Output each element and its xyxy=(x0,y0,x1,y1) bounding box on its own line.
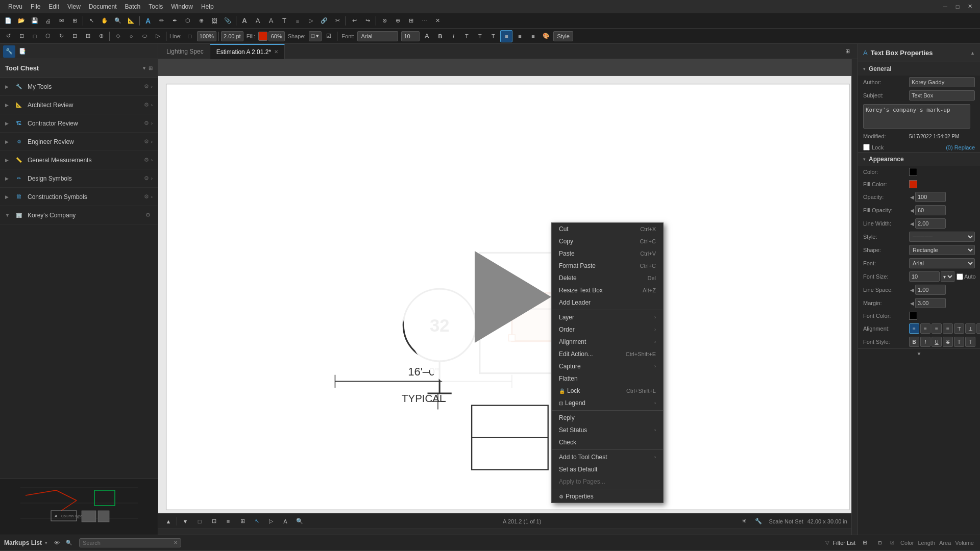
col-filter[interactable]: Color xyxy=(900,540,914,546)
tb-shape[interactable]: ⬡ xyxy=(182,15,194,27)
cb-cursor[interactable]: ↖ xyxy=(251,515,263,528)
koreys-gear[interactable]: ⚙ xyxy=(145,212,151,218)
font-size-stepper[interactable]: ▾ xyxy=(941,271,954,282)
ctx-check[interactable]: Check xyxy=(552,436,663,448)
line-space-dec[interactable]: ◀ xyxy=(909,287,915,293)
font-size-input2[interactable] xyxy=(909,271,940,282)
replace-link[interactable]: (0) Replace xyxy=(946,144,975,151)
tool-item-koreys[interactable]: ▼ 🏢 Korey's Company ⚙ xyxy=(0,206,158,224)
tb-align2[interactable]: ≡ xyxy=(513,30,526,42)
ctx-edit-action[interactable]: Edit Action... Ctrl+Shift+E xyxy=(552,348,663,360)
ctx-set-default[interactable]: Set as Default xyxy=(552,463,663,475)
tb-r2-4[interactable]: ⬡ xyxy=(42,30,54,42)
fill-opacity-dec[interactable]: ◀ xyxy=(909,208,915,213)
ctx-delete[interactable]: Delete Del xyxy=(552,272,663,284)
cb-rect[interactable]: □ xyxy=(193,515,206,528)
menu-edit[interactable]: Edit xyxy=(44,2,63,11)
tb-undo[interactable]: ↩ xyxy=(348,15,360,27)
cb-nav-up[interactable]: ▲ xyxy=(162,515,175,528)
tb-measure[interactable]: 📐 xyxy=(125,15,137,27)
opacity-input[interactable] xyxy=(915,192,946,202)
tb-text[interactable]: A xyxy=(142,15,154,27)
tool-item-contractor[interactable]: ▶ 🏗 Contractor Review ⚙ › xyxy=(0,114,158,133)
fill-opacity-input[interactable] xyxy=(915,205,946,215)
window-maximize[interactable]: □ xyxy=(951,1,964,13)
general-section-header[interactable]: ▾ General xyxy=(858,62,980,76)
tb-ocr[interactable]: ⊞ xyxy=(68,15,81,27)
panel-tab1[interactable]: 🔧 xyxy=(3,45,15,58)
tb-font-t2[interactable]: T xyxy=(474,30,486,42)
tab-estimation[interactable]: Estimation A 2.01.2* ✕ xyxy=(210,44,285,59)
tool-item-architect[interactable]: ▶ 📐 Architect Review ⚙ › xyxy=(0,96,158,114)
col-subject-icon[interactable]: ⊡ xyxy=(874,537,886,549)
font-size-input[interactable]: 10 xyxy=(401,31,420,41)
cb-sun[interactable]: ☀ xyxy=(738,515,750,528)
tb-style-select[interactable]: Style xyxy=(553,31,573,41)
fill-color-box[interactable] xyxy=(258,32,267,41)
ctx-add-leader[interactable]: Add Leader xyxy=(552,296,663,309)
tb-align1[interactable]: ≡ xyxy=(500,30,512,42)
tb-more1[interactable]: ⋯ xyxy=(418,15,430,27)
scroll-horizontal[interactable] xyxy=(158,529,851,535)
cb-grid[interactable]: ⊞ xyxy=(236,515,249,528)
font-select2[interactable]: Arial Times New Roman Courier xyxy=(909,258,975,268)
canvas-area[interactable]: 32 16'–0" TYPICAL xyxy=(158,59,857,535)
tb-r2-9[interactable]: ◇ xyxy=(112,30,124,42)
tb-image[interactable]: 🖼 xyxy=(208,15,220,27)
ctx-properties[interactable]: ⚙ Properties xyxy=(552,490,663,503)
appearance-section-header[interactable]: ▾ Appearance xyxy=(858,153,980,166)
ctx-cut[interactable]: Cut Ctrl+X xyxy=(552,223,663,235)
font-sub-btn[interactable]: T xyxy=(965,337,975,347)
tb-r2-1[interactable]: ↺ xyxy=(2,30,14,42)
markups-search-input[interactable] xyxy=(83,540,174,546)
tb-email[interactable]: ✉ xyxy=(55,15,67,27)
font-bold-btn[interactable]: B xyxy=(909,337,919,347)
fill-color-box[interactable] xyxy=(909,180,917,188)
shape-select[interactable]: □ ▾ xyxy=(309,31,322,41)
tb-r2-2[interactable]: ⊡ xyxy=(15,30,28,42)
fill-pct[interactable]: 60% xyxy=(268,31,285,41)
font-underline-btn[interactable]: U xyxy=(932,337,942,347)
font-strike-btn[interactable]: S xyxy=(943,337,953,347)
tool-item-engineer[interactable]: ▶ ⚙ Engineer Review ⚙ › xyxy=(0,133,158,151)
cb-zoom-in[interactable]: 🔍 xyxy=(293,515,306,528)
tb-font-bold[interactable]: B xyxy=(434,30,446,42)
tb-link[interactable]: 🔗 xyxy=(318,15,330,27)
col-area-h[interactable]: Area xyxy=(939,540,951,546)
align-middle-btn[interactable]: ⊥ xyxy=(965,323,975,334)
ctx-reply[interactable]: Reply xyxy=(552,412,663,424)
tb-paste2[interactable]: ⊞ xyxy=(405,15,417,27)
line-width-input[interactable] xyxy=(915,218,946,229)
menu-window[interactable]: Window xyxy=(167,2,197,11)
tb-font-a1[interactable]: A xyxy=(238,15,251,27)
tb-r2-3[interactable]: □ xyxy=(29,30,41,42)
ctx-resize[interactable]: Resize Text Box Alt+Z xyxy=(552,284,663,296)
tb-color-picker[interactable]: 🎨 xyxy=(540,30,552,42)
tb-line-style[interactable]: □ xyxy=(184,30,196,42)
ctx-add-tool-chest[interactable]: Add to Tool Chest › xyxy=(552,451,663,463)
tb-copy2[interactable]: ⊕ xyxy=(391,15,404,27)
tb-r2-5[interactable]: ↻ xyxy=(55,30,67,42)
font-super-btn[interactable]: T xyxy=(954,337,964,347)
tool-item-my-tools[interactable]: ▶ 🔧 My Tools ⚙ › xyxy=(0,78,158,96)
align-left-btn[interactable]: ≡ xyxy=(909,323,919,334)
align-top-btn[interactable]: ⊤ xyxy=(954,323,964,334)
subject-input[interactable] xyxy=(909,90,975,101)
tool-chest-expand[interactable]: ⊞ xyxy=(149,65,153,71)
my-tools-gear[interactable]: ⚙ xyxy=(144,83,149,90)
menu-help[interactable]: Help xyxy=(197,2,218,11)
tab-estimation-close[interactable]: ✕ xyxy=(274,49,278,55)
tb-scissors[interactable]: ✂ xyxy=(331,15,344,27)
contractor-gear[interactable]: ⚙ xyxy=(144,120,149,127)
margin-dec[interactable]: ◀ xyxy=(909,300,915,306)
align-center-btn[interactable]: ≡ xyxy=(920,323,930,334)
rpanel-scroll-down[interactable]: ▼ xyxy=(858,349,980,359)
tb-font-t1[interactable]: T xyxy=(460,30,473,42)
menu-revu[interactable]: Revu xyxy=(4,2,27,11)
tool-item-general[interactable]: ▶ 📏 General Measurements ⚙ › xyxy=(0,151,158,169)
author-input[interactable] xyxy=(909,77,975,87)
window-minimize[interactable]: ─ xyxy=(939,1,951,13)
tb-align-left[interactable]: ≡ xyxy=(291,15,304,27)
ctx-apply-pages[interactable]: Apply to Pages... xyxy=(552,475,663,488)
tool-item-design[interactable]: ▶ ✏ Design Symbols ⚙ › xyxy=(0,169,158,188)
